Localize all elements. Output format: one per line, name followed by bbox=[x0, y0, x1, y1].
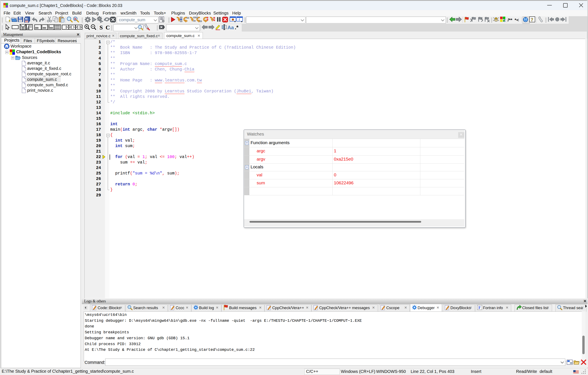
svg-text:R: R bbox=[74, 17, 77, 21]
svg-text:F: F bbox=[478, 305, 481, 310]
svg-text:i: i bbox=[239, 18, 240, 21]
svg-text:?: ? bbox=[531, 17, 533, 22]
